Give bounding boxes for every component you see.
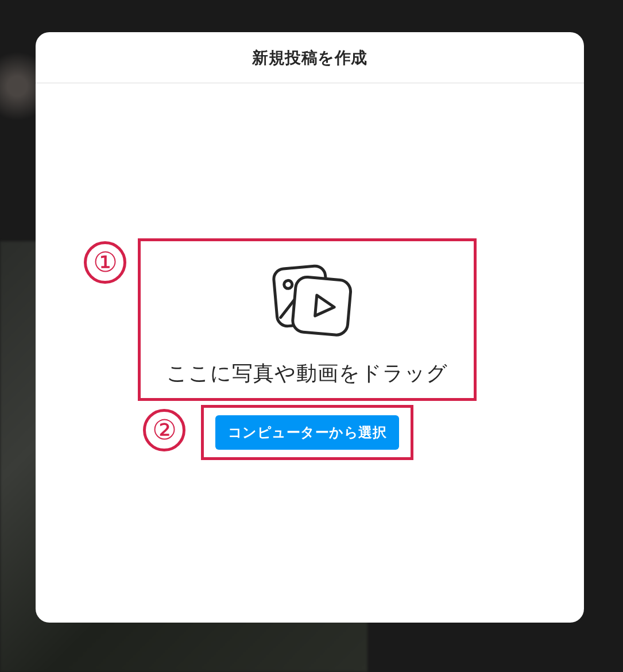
- svg-rect-2: [292, 276, 351, 336]
- modal-body: ここに写真や動画をドラッグ ① コンピューターから選択 ②: [36, 83, 584, 623]
- select-from-computer-button[interactable]: コンピューターから選択: [215, 415, 400, 450]
- media-drop-area[interactable]: ここに写真や動画をドラッグ: [138, 238, 477, 401]
- photo-video-icon: [258, 262, 356, 342]
- annotation-highlight-select: コンピューターから選択: [201, 405, 413, 460]
- drop-area-text: ここに写真や動画をドラッグ: [167, 360, 448, 388]
- annotation-callout-2: ②: [143, 409, 185, 451]
- modal-header: 新規投稿を作成: [36, 32, 584, 83]
- annotation-callout-1: ①: [84, 241, 126, 284]
- create-post-modal: 新規投稿を作成 ここに写真や動画をドラ: [36, 32, 584, 623]
- modal-title: 新規投稿を作成: [36, 47, 584, 69]
